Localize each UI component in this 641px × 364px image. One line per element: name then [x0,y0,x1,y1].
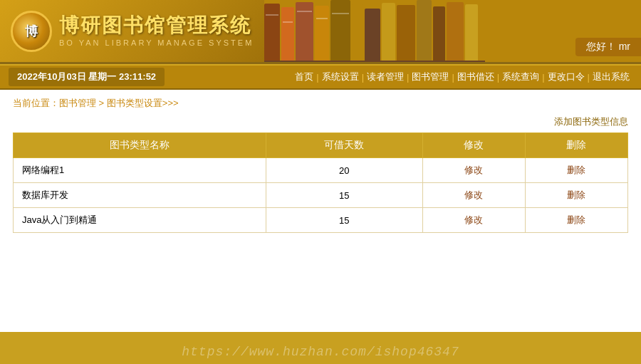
edit-link-0[interactable]: 修改 [464,165,483,175]
logo-icon: 博 [11,11,52,52]
book-svg [264,0,485,62]
site-subtitle: BO YAN LIBRARY MANAGE SYSTEM [59,38,254,47]
nav-home[interactable]: 首页 [292,71,316,83]
svg-rect-5 [352,4,363,62]
edit-link-1[interactable]: 修改 [464,189,483,200]
delete-link-0[interactable]: 删除 [567,165,585,175]
logo-text-block: 博研图书馆管理系统 BO YAN LIBRARY MANAGE SYSTEM [59,15,254,48]
svg-rect-10 [433,6,445,62]
svg-rect-18 [332,13,349,14]
content-area: 当前位置：图书管理 > 图书类型设置>>> 添加图书类型信息 图书类型名称 可借… [0,90,641,332]
svg-rect-6 [365,9,380,62]
nav-system-settings[interactable]: 系统设置 [319,71,362,83]
cell-delete-0[interactable]: 删除 [525,158,627,183]
cell-days-1: 15 [266,183,422,208]
nav-logout[interactable]: 退出系统 [590,71,632,83]
header: 博 博研图书馆管理系统 BO YAN LIBRARY MANAGE SYSTEM [0,0,641,64]
header-right: 您好！ mr [264,0,641,62]
book-type-table: 图书类型名称 可借天数 修改 删除 网络编程1 20 修改 删除 数据库开发 1… [13,132,628,233]
cell-name-0: 网络编程1 [14,158,266,183]
table-row: 网络编程1 20 修改 删除 [14,158,628,183]
cell-name-2: Java从入门到精通 [14,208,266,233]
svg-rect-12 [465,4,478,62]
table-row: Java从入门到精通 15 修改 删除 [14,208,628,233]
cell-days-0: 20 [266,158,422,183]
delete-link-2[interactable]: 删除 [567,214,585,225]
title-part2: 图书馆管理系统 [102,14,251,36]
col-header-name: 图书类型名称 [14,133,266,158]
cell-edit-1[interactable]: 修改 [422,183,525,208]
nav-links: 首页 | 系统设置 | 读者管理 | 图书管理 | 图书借还 | 系统查询 | … [292,71,632,83]
cell-delete-2[interactable]: 删除 [525,208,627,233]
breadcrumb: 当前位置：图书管理 > 图书类型设置>>> [13,97,628,110]
cell-days-2: 15 [266,208,422,233]
svg-rect-13 [264,61,485,62]
cell-name-1: 数据库开发 [14,183,266,208]
navbar: 2022年10月03日 星期一 23:11:52 首页 | 系统设置 | 读者管… [0,64,641,90]
cell-edit-0[interactable]: 修改 [422,158,525,183]
watermark-text: https://www.huzhan.com/ishop46347 [0,345,641,359]
edit-link-2[interactable]: 修改 [464,214,483,225]
datetime-display: 2022年10月03日 星期一 23:11:52 [9,68,165,86]
svg-rect-1 [281,7,294,62]
svg-rect-14 [266,14,278,16]
delete-link-1[interactable]: 删除 [567,189,585,200]
table-row: 数据库开发 15 修改 删除 [14,183,628,208]
add-record-link[interactable]: 添加图书类型信息 [13,115,628,128]
nav-change-password[interactable]: 更改口令 [545,71,588,83]
svg-rect-15 [283,21,293,23]
col-header-edit: 修改 [422,133,525,158]
footer-area: https://www.huzhan.com/ishop46347 [0,332,641,364]
col-header-days: 可借天数 [266,133,422,158]
title-part1: 博研 [59,14,102,36]
site-title: 博研图书馆管理系统 [59,15,254,37]
svg-rect-8 [397,5,415,62]
nav-reader-management[interactable]: 读者管理 [364,71,407,83]
svg-rect-3 [315,6,329,62]
svg-rect-7 [382,3,395,62]
cell-edit-2[interactable]: 修改 [422,208,525,233]
svg-rect-9 [417,0,432,62]
svg-rect-11 [447,2,464,62]
nav-system-query[interactable]: 系统查询 [499,71,542,83]
nav-book-management[interactable]: 图书管理 [409,71,452,83]
svg-rect-17 [316,18,328,19]
cell-delete-1[interactable]: 删除 [525,183,627,208]
greeting-text: 您好！ mr [575,38,641,56]
col-header-delete: 删除 [525,133,627,158]
svg-rect-0 [264,4,280,62]
svg-rect-16 [297,11,312,12]
svg-rect-4 [330,0,350,62]
table-header-row: 图书类型名称 可借天数 修改 删除 [14,133,628,158]
nav-book-borrow[interactable]: 图书借还 [454,71,497,83]
logo-area: 博 博研图书馆管理系统 BO YAN LIBRARY MANAGE SYSTEM [0,0,264,62]
